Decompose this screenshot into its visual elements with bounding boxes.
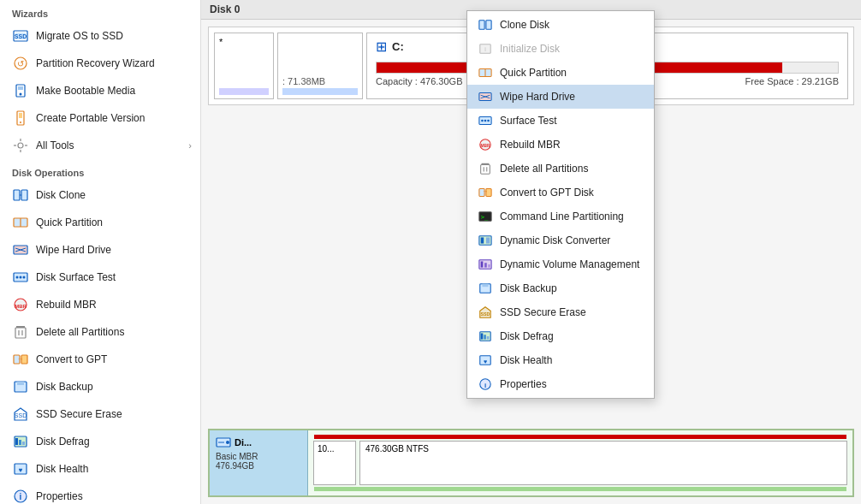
svg-rect-67 — [481, 165, 490, 175]
sidebar-item-all-tools[interactable]: All Tools › — [0, 132, 200, 159]
svg-point-49 — [226, 441, 229, 444]
ctx-init-icon: i — [478, 41, 493, 56]
svg-rect-81 — [489, 264, 490, 268]
svg-rect-80 — [484, 263, 487, 267]
svg-point-10 — [20, 122, 21, 123]
sidebar-item-wipe-hard-drive-label: Wipe Hard Drive — [36, 244, 111, 256]
windows-logo-icon: ⊞ — [376, 39, 387, 55]
sidebar-item-ssd-secure-erase-label: SSD Secure Erase — [36, 408, 122, 420]
partition-unnamed-small[interactable]: * — [214, 33, 274, 99]
sidebar-item-quick-partition[interactable]: Quick Partition — [0, 209, 200, 236]
partition-c-letter: C: — [392, 40, 404, 53]
ctx-erase-icon: SSD — [478, 305, 493, 320]
convert-icon: → — [12, 351, 29, 368]
sidebar-item-properties-label: Properties — [36, 490, 83, 502]
ctx-surface-test-label: Surface Test — [500, 115, 556, 127]
ctx-ssd-erase[interactable]: SSD SSD Secure Erase — [467, 300, 654, 324]
svg-text:♥: ♥ — [19, 466, 23, 474]
ctx-dynamic-volume-label: Dynamic Volume Management — [500, 258, 639, 270]
ctx-initialize-disk[interactable]: i Initialize Disk — [467, 37, 654, 61]
ctx-initialize-disk-label: Initialize Disk — [500, 43, 560, 55]
ctx-wipe-icon — [478, 89, 493, 104]
recovery-icon: ↺ — [12, 55, 29, 72]
sidebar-item-disk-defrag[interactable]: Disk Defrag — [0, 428, 200, 455]
sidebar-item-delete-partitions[interactable]: Delete all Partitions — [0, 318, 200, 346]
sidebar-item-wipe-hard-drive[interactable]: Wipe Hard Drive — [0, 236, 200, 264]
sidebar-item-delete-partitions-label: Delete all Partitions — [36, 326, 124, 338]
ctx-disk-defrag-label: Disk Defrag — [500, 330, 554, 342]
ctx-clone-disk[interactable]: Clone Disk — [467, 13, 654, 37]
ctx-gpt-icon: → — [478, 185, 493, 200]
sidebar-item-disk-backup-label: Disk Backup — [36, 381, 93, 393]
disk1-size: 476.94GB — [216, 461, 301, 471]
sidebar-item-disk-clone[interactable]: Disk Clone — [0, 181, 200, 209]
svg-text:SSD: SSD — [481, 311, 490, 317]
partition-unnamed-medium[interactable]: : 71.38MB — [277, 33, 363, 99]
ctx-properties[interactable]: i Properties — [467, 372, 654, 396]
svg-rect-88 — [487, 336, 490, 340]
disk1-part2[interactable]: 476.30GB NTFS — [359, 441, 847, 485]
ctx-cmdline-partitioning[interactable]: >_ Command Line Partitioning — [467, 205, 654, 228]
disk1-part1[interactable]: 10... — [313, 441, 356, 485]
ctx-delete-partitions[interactable]: Delete all Partitions — [467, 157, 654, 181]
migrate-icon: SSD — [12, 27, 29, 44]
wipe-icon — [12, 241, 29, 258]
partition-star-label: * — [219, 37, 269, 47]
sidebar: Wizards SSD Migrate OS to SSD ↺ Partitio… — [0, 0, 201, 504]
ctx-dynamic-converter[interactable]: Dynamic Disk Converter — [467, 228, 654, 252]
ctx-wipe-hard-drive[interactable]: Wipe Hard Drive — [467, 85, 654, 109]
ctx-disk-health[interactable]: ♥ Disk Health — [467, 348, 654, 372]
ctx-quick-partition[interactable]: Quick Partition — [467, 61, 654, 85]
sidebar-item-migrate-os-label: Migrate OS to SSD — [36, 30, 123, 42]
sidebar-item-bootable-media[interactable]: Make Bootable Media — [0, 77, 200, 104]
ctx-surface-icon — [478, 113, 493, 128]
disk1-type: Basic MBR — [216, 452, 301, 461]
sidebar-item-disk-defrag-label: Disk Defrag — [36, 436, 90, 448]
chevron-right-icon: › — [188, 140, 192, 151]
svg-rect-43 — [22, 442, 25, 445]
sidebar-item-rebuild-mbr[interactable]: MBR Rebuild MBR — [0, 291, 200, 318]
ctx-rebuild-mbr[interactable]: MBR Rebuild MBR — [467, 133, 654, 157]
mbr-icon: MBR — [12, 296, 29, 313]
svg-rect-86 — [481, 333, 484, 339]
ctx-clone-icon — [478, 17, 493, 33]
sidebar-item-disk-health[interactable]: ♥ Disk Health — [0, 455, 200, 483]
disk1-part1-label: 10... — [318, 444, 352, 454]
sidebar-item-disk-backup[interactable]: Disk Backup — [0, 373, 200, 400]
bootable-icon — [12, 82, 29, 99]
sidebar-item-portable-version[interactable]: Create Portable Version — [0, 104, 200, 132]
ctx-cmdline-label: Command Line Partitioning — [500, 210, 624, 222]
sidebar-item-partition-recovery[interactable]: ↺ Partition Recovery Wizard — [0, 50, 200, 77]
disk1-name: Di... — [235, 437, 252, 448]
ctx-properties-label: Properties — [500, 378, 547, 390]
partition-medium-size: : 71.38MB — [282, 76, 358, 86]
sidebar-item-partition-recovery-label: Partition Recovery Wizard — [36, 57, 155, 69]
svg-rect-9 — [19, 113, 22, 118]
svg-point-25 — [16, 276, 19, 279]
disk0-title: Disk 0 — [210, 3, 240, 15]
ctx-disk-defrag[interactable]: Disk Defrag — [467, 324, 654, 348]
backup-icon — [12, 378, 29, 395]
ctx-ssd-erase-label: SSD Secure Erase — [500, 306, 586, 318]
svg-point-63 — [487, 120, 490, 122]
svg-text:→: → — [482, 188, 488, 195]
sidebar-item-migrate-os[interactable]: SSD Migrate OS to SSD — [0, 22, 200, 50]
sidebar-item-convert-gpt[interactable]: → Convert to GPT — [0, 346, 200, 373]
sidebar-item-ssd-secure-erase[interactable]: SSD SSD Secure Erase — [0, 400, 200, 428]
main-content: Disk 0 * : 71.38MB ⊞ C: — [201, 0, 861, 504]
sidebar-item-properties[interactable]: i Properties — [0, 483, 200, 504]
svg-point-61 — [481, 120, 484, 122]
svg-rect-31 — [15, 328, 26, 338]
svg-text:SSD: SSD — [15, 33, 27, 39]
ctx-dynamic-converter-label: Dynamic Disk Converter — [500, 234, 610, 246]
sidebar-item-disk-surface-test-label: Disk Surface Test — [36, 271, 116, 283]
ctx-dynvol-icon — [478, 257, 493, 272]
sidebar-item-disk-surface-test[interactable]: Disk Surface Test — [0, 264, 200, 291]
ctx-surface-test[interactable]: Surface Test — [467, 109, 654, 133]
sidebar-item-bootable-media-label: Make Bootable Media — [36, 85, 135, 97]
ctx-convert-gpt[interactable]: → Convert to GPT Disk — [467, 181, 654, 205]
ctx-disk-backup[interactable]: Disk Backup — [467, 276, 654, 300]
sidebar-item-disk-clone-label: Disk Clone — [36, 189, 86, 201]
ctx-props-icon: i — [478, 377, 493, 392]
ctx-dynamic-volume[interactable]: Dynamic Volume Management — [467, 252, 654, 276]
